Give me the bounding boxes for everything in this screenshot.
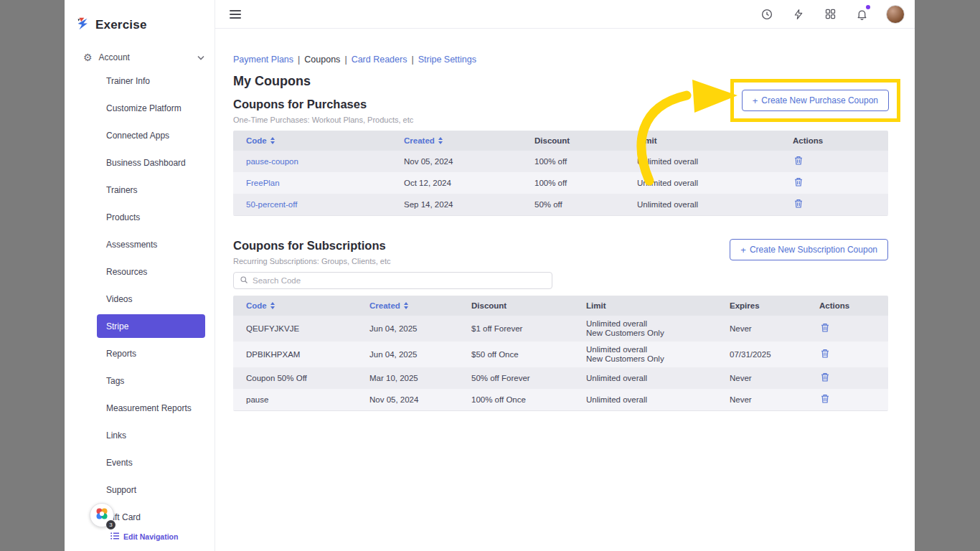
separator: | — [411, 55, 413, 65]
sort-icon — [404, 302, 408, 309]
hamburger-menu-icon[interactable] — [230, 10, 241, 19]
avatar[interactable] — [886, 5, 905, 24]
launcher-unread-badge: 3 — [106, 520, 116, 529]
chat-launcher[interactable]: 3 — [90, 503, 114, 527]
coupon-expires: Never — [730, 321, 819, 337]
delete-coupon-button[interactable] — [793, 197, 804, 212]
sidebar-item-events[interactable]: Events — [65, 449, 215, 476]
sidebar-nav: Trainer InfoCustomize PlatformConnected … — [65, 67, 215, 531]
delete-coupon-button[interactable] — [819, 347, 831, 362]
flash-icon[interactable] — [791, 7, 806, 22]
coupon-discount: $50 off Once — [471, 347, 586, 363]
coupon-created: Jun 04, 2025 — [369, 321, 471, 337]
sidebar-item-videos[interactable]: Videos — [65, 286, 215, 313]
sidebar-item-resources[interactable]: Resources — [65, 258, 215, 286]
sidebar-item-business-dashboard[interactable]: Business Dashboard — [65, 149, 215, 176]
coupon-code-link[interactable]: 50-percent-off — [246, 197, 404, 213]
separator: | — [344, 55, 347, 65]
coupon-created: Nov 05, 2024 — [369, 392, 471, 408]
subscriptions-table-body: QEUFYJKVJEJun 04, 2025$1 off ForeverUnli… — [233, 316, 888, 410]
subscriptions-table-header: CodeCreatedDiscountLimitExpiresActions — [233, 296, 888, 316]
coupon-created: Jun 04, 2025 — [369, 347, 471, 363]
delete-coupon-button[interactable] — [793, 154, 804, 169]
coupon-code-link[interactable]: FreePlan — [246, 175, 404, 192]
coupon-actions — [819, 344, 888, 365]
coupon-expires: 07/31/2025 — [730, 347, 819, 363]
table-row: FreePlanOct 12, 2024100% offUnlimited ov… — [233, 172, 888, 194]
coupon-code: Coupon 50% Off — [246, 370, 369, 387]
coupon-limit: Unlimited overall — [637, 154, 793, 170]
sidebar-item-measurement-reports[interactable]: Measurement Reports — [65, 395, 215, 422]
purchases-subtitle: One-Time Purchases: Workout Plans, Produ… — [233, 116, 413, 124]
subscriptions-subtitle: Recurring Subscriptions: Groups, Clients… — [233, 257, 390, 265]
create-purchase-coupon-button[interactable]: + Create New Purchase Coupon — [742, 90, 889, 111]
sidebar-item-trainer-info[interactable]: Trainer Info — [65, 67, 215, 95]
sidebar-item-assessments[interactable]: Assessments — [65, 231, 215, 258]
sidebar-item-support[interactable]: Support — [65, 476, 215, 504]
coupon-actions — [819, 389, 888, 410]
edit-navigation-button[interactable]: Edit Navigation — [110, 532, 178, 541]
column-header-code[interactable]: Code — [246, 301, 369, 310]
coupon-discount: 50% off — [534, 197, 637, 213]
sidebar-section-account[interactable]: ⚙ Account — [83, 52, 204, 63]
delete-coupon-button[interactable] — [793, 176, 804, 190]
sidebar-item-gift-card[interactable]: Gift Card — [65, 504, 215, 531]
table-row: Coupon 50% OffMar 10, 202550% off Foreve… — [233, 367, 888, 389]
coupon-discount: 50% off Forever — [471, 370, 586, 387]
delete-coupon-button[interactable] — [819, 321, 831, 336]
coupon-actions — [793, 151, 888, 172]
coupon-actions — [819, 367, 888, 389]
chevron-down-icon — [197, 52, 204, 62]
column-header-code[interactable]: Code — [246, 136, 404, 145]
topbar — [215, 0, 915, 29]
coupon-limit: Unlimited overall — [637, 175, 793, 192]
table-row: 50-percent-offSep 14, 202450% offUnlimit… — [233, 194, 888, 215]
coupon-limit: Unlimited overallNew Customers Only — [586, 342, 730, 367]
sidebar-item-stripe[interactable]: Stripe — [97, 314, 205, 338]
coupon-code-link[interactable]: pause-coupon — [246, 154, 404, 170]
coupon-code: DPBIKHPXAM — [246, 347, 369, 363]
column-header-discount: Discount — [534, 136, 637, 145]
subscriptions-table: CodeCreatedDiscountLimitExpiresActions Q… — [233, 296, 888, 411]
subnav-link-payment-plans[interactable]: Payment Plans — [233, 55, 293, 65]
history-icon[interactable] — [760, 7, 774, 22]
column-header-created[interactable]: Created — [404, 136, 534, 145]
coupon-expires: Never — [730, 392, 819, 408]
coupon-created: Mar 10, 2025 — [369, 370, 471, 387]
sort-icon — [270, 137, 275, 144]
delete-coupon-button[interactable] — [819, 371, 831, 385]
apps-icon[interactable] — [823, 7, 837, 22]
main-area: Payment Plans|Coupons|Card Readers|Strip… — [215, 0, 915, 551]
notifications-icon[interactable] — [854, 7, 869, 22]
coupon-created: Sep 14, 2024 — [404, 197, 534, 213]
table-row: QEUFYJKVJEJun 04, 2025$1 off ForeverUnli… — [233, 316, 888, 342]
column-header-created[interactable]: Created — [369, 301, 471, 310]
coupon-discount: 100% off Once — [471, 392, 586, 408]
sidebar-item-trainers[interactable]: Trainers — [65, 176, 215, 204]
sidebar-item-connected-apps[interactable]: Connected Apps — [65, 122, 215, 149]
sidebar-item-tags[interactable]: Tags — [65, 367, 215, 395]
search-box — [233, 272, 552, 289]
edit-navigation-label: Edit Navigation — [123, 532, 178, 541]
delete-coupon-button[interactable] — [819, 392, 831, 407]
purchases-table-header: CodeCreatedDiscountLimitActions — [233, 131, 888, 151]
coupon-limit: Unlimited overallNew Customers Only — [586, 316, 730, 342]
column-header-actions: Actions — [819, 301, 888, 310]
sort-icon — [438, 137, 443, 144]
sort-icon — [270, 302, 275, 309]
column-header-actions: Actions — [793, 136, 888, 145]
sidebar-item-products[interactable]: Products — [65, 204, 215, 231]
column-header-discount: Discount — [471, 301, 586, 310]
purchases-table-body: pause-couponNov 05, 2024100% offUnlimite… — [233, 151, 888, 215]
subnav-link-coupons: Coupons — [304, 55, 340, 65]
search-code-input[interactable] — [253, 276, 546, 285]
sidebar-item-customize-platform[interactable]: Customize Platform — [65, 95, 215, 122]
subnav-link-card-readers[interactable]: Card Readers — [352, 55, 407, 65]
sidebar-item-links[interactable]: Links — [65, 422, 215, 449]
create-subscription-coupon-button[interactable]: + Create New Subscription Coupon — [730, 239, 888, 260]
sidebar-item-reports[interactable]: Reports — [65, 340, 215, 367]
account-label: Account — [99, 52, 197, 62]
subnav-link-stripe-settings[interactable]: Stripe Settings — [418, 55, 476, 65]
stripe-subnav: Payment Plans|Coupons|Card Readers|Strip… — [233, 55, 888, 65]
coupon-expires: Never — [730, 370, 819, 387]
